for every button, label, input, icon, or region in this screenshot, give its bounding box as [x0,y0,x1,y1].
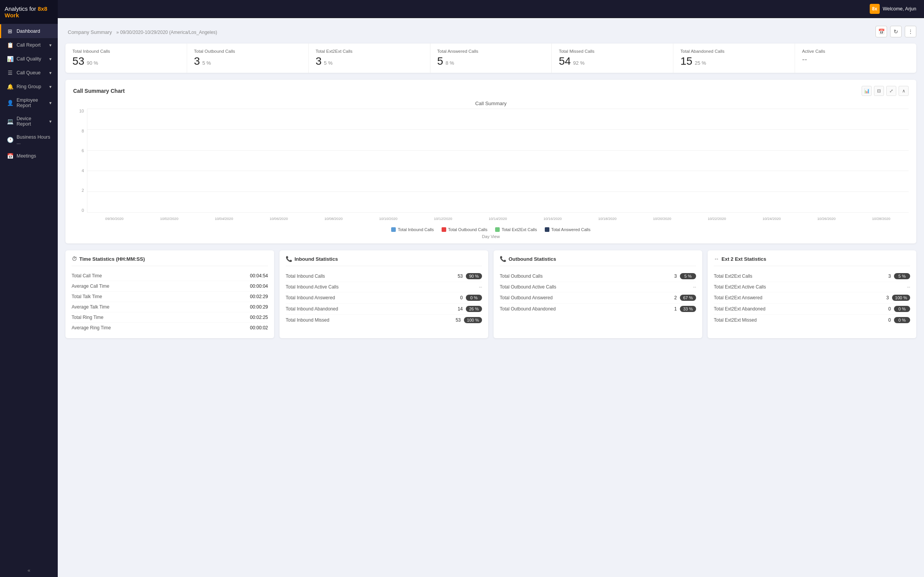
sidebar-item-business-hours[interactable]: 🕐 Business Hours ... [0,131,58,149]
x-label: 10/14/2020 [470,216,525,221]
chart-bar-button[interactable]: 📊 [862,86,872,96]
chart-filter-button[interactable]: ⊟ [874,86,884,96]
legend-dot [442,227,446,232]
bottom-stats: ⏱ Time Statistics (HH:MM:SS) Total Call … [65,250,916,338]
x-label: 10/06/2020 [251,216,306,221]
legend-outbound: Total Outbound Calls [442,227,487,232]
ext2ext-stats-panel: ↔ Ext 2 Ext Statistics Total Ext2Ext Cal… [708,250,916,338]
x-label: 10/02/2020 [142,216,196,221]
ext2ext-stat-row: Total Ext2Ext Answered 3 100 % [714,292,910,304]
legend-dot [495,227,500,232]
stat-card-outbound: Total Outbound Calls 3 5 % [187,44,309,73]
stat-label: Total Inbound Calls [72,49,180,54]
x-label: 10/08/2020 [306,216,361,221]
sidebar-item-device-report[interactable]: 💻 Device Report ▼ [0,112,58,131]
stats-row: Total Inbound Calls 53 90 % Total Outbou… [65,44,916,73]
chart-main-title: Call Summary [73,101,909,106]
stat-label: Active Calls [802,49,909,54]
x-label: 10/28/2020 [854,216,909,221]
sidebar-item-label: Device Report [17,116,45,127]
time-stats-panel: ⏱ Time Statistics (HH:MM:SS) Total Call … [65,250,274,338]
call-report-icon: 📋 [7,42,13,48]
x-label: 10/04/2020 [197,216,251,221]
outbound-stat-row: Total Outbound Calls 3 5 % [500,271,696,282]
outbound-stats-title: 📞 Outbound Statistics [500,256,696,266]
sidebar-item-call-quality[interactable]: 📊 Call Quality ▼ [0,52,58,66]
chart-actions: 📊 ⊟ ⤢ ∧ [862,86,909,96]
chart-bars [87,109,909,212]
outbound-stat-row: Total Outbound Active Calls -- [500,282,696,292]
chart-y-axis: 10 8 6 4 2 0 [73,109,85,213]
inbound-stat-row: Total Inbound Active Calls -- [286,282,482,292]
chevron-down-icon: ▼ [49,57,52,61]
chart-collapse-button[interactable]: ∧ [899,86,909,96]
avatar: 8x [870,4,880,14]
stat-card-ext2ext: Total Ext2Ext Calls 3 5 % [309,44,430,73]
header-actions: 📅 ↻ ⋮ [875,26,916,37]
brand-text: Analytics for [5,5,38,12]
sidebar-item-ring-group[interactable]: 🔔 Ring Group ▼ [0,80,58,94]
sidebar-item-dashboard[interactable]: ⊞ Dashboard [0,24,58,38]
legend-ext2ext: Total Ext2Ext Calls [495,227,537,232]
sidebar-collapse-button[interactable]: « [0,564,58,577]
stat-card-active: Active Calls -- [795,44,916,73]
chart-area: 10 8 6 4 2 0 [73,109,909,224]
inbound-stats-title: 📞 Inbound Statistics [286,256,482,266]
sidebar-item-call-report[interactable]: 📋 Call Report ▼ [0,38,58,52]
x-label: 10/10/2020 [361,216,415,221]
chevron-down-icon: ▼ [49,119,52,124]
content-area: Company Summary » 09/30/2020-10/29/2020 … [58,18,924,577]
chevron-down-icon: ▼ [49,85,52,89]
page-header: Company Summary » 09/30/2020-10/29/2020 … [65,26,916,37]
more-options-button[interactable]: ⋮ [905,26,916,37]
breadcrumb: Company Summary » 09/30/2020-10/29/2020 … [65,28,217,36]
stat-label: Total Answered Calls [437,49,545,54]
x-label: 10/20/2020 [635,216,690,221]
chart-plot [87,109,909,213]
legend-inbound: Total Inbound Calls [391,227,434,232]
ext2ext-stat-row: Total Ext2Ext Abandoned 0 0 % [714,304,910,315]
stat-value: 5 8 % [437,55,545,67]
inbound-stat-row: Total Inbound Abandoned 14 26 % [286,304,482,315]
main-area: 8x Welcome, Arjun Company Summary » 09/3… [58,0,924,577]
refresh-button[interactable]: ↻ [890,26,902,37]
business-hours-icon: 🕐 [7,137,13,143]
sidebar-item-call-queue[interactable]: ☰ Call Queue ▼ [0,66,58,80]
topbar: 8x Welcome, Arjun [58,0,924,18]
time-stat-row: Total Talk Time 00:02:29 [72,292,268,302]
inbound-stat-row: Total Inbound Answered 0 0 % [286,292,482,304]
stat-value: 3 5 % [316,55,423,67]
legend-answered: Total Answered Calls [545,227,591,232]
chart-title: Call Summary Chart [73,88,125,94]
x-label: 09/30/2020 [87,216,142,221]
chart-legend: Total Inbound Calls Total Outbound Calls… [73,227,909,232]
sidebar-item-label: Business Hours ... [17,134,52,145]
device-icon: 💻 [7,118,13,124]
sidebar-item-label: Dashboard [17,29,40,34]
stat-card-inbound: Total Inbound Calls 53 90 % [65,44,187,73]
app-brand: Analytics for 8x8 Work [5,5,53,18]
inbound-stats-panel: 📞 Inbound Statistics Total Inbound Calls… [280,250,488,338]
calendar-button[interactable]: 📅 [875,26,887,37]
sidebar-item-label: Meetings [17,153,36,159]
x-label: 10/18/2020 [580,216,634,221]
chart-expand-button[interactable]: ⤢ [886,86,896,96]
ext2ext-stats-title: ↔ Ext 2 Ext Statistics [714,256,910,266]
dashboard-icon: ⊞ [7,28,13,34]
stat-card-abandoned: Total Abandoned Calls 15 25 % [673,44,795,73]
outbound-stat-row: Total Outbound Abandoned 1 33 % [500,304,696,314]
inbound-stat-row: Total Inbound Missed 53 100 % [286,315,482,325]
outbound-stat-row: Total Outbound Answered 2 67 % [500,292,696,304]
call-queue-icon: ☰ [7,70,13,76]
stat-value: 15 25 % [680,55,788,67]
sidebar-item-employee-report[interactable]: 👤 Employee Report ▼ [0,94,58,112]
stat-label: Total Abandoned Calls [680,49,788,54]
chevron-down-icon: ▼ [49,101,52,105]
sidebar-item-meetings[interactable]: 📅 Meetings [0,149,58,163]
ext2ext-stat-row: Total Ext2Ext Missed 0 0 % [714,315,910,325]
sidebar-header: Analytics for 8x8 Work [0,0,58,24]
stat-value: 54 92 % [559,55,666,67]
welcome-text: Welcome, Arjun [883,6,916,12]
x-label: 10/22/2020 [690,216,744,221]
stat-value: 53 90 % [72,55,180,67]
